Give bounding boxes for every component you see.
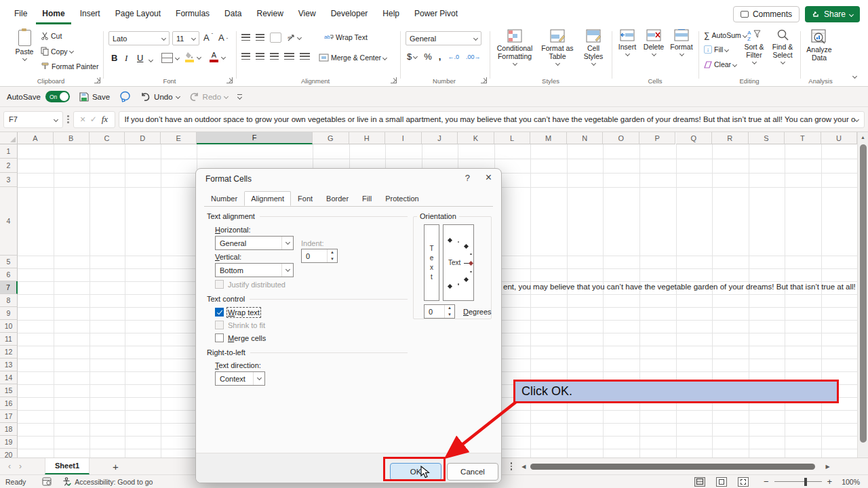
orientation-button[interactable]: ab — [287, 33, 301, 42]
sheet-next-icon[interactable]: › — [15, 462, 26, 471]
formula-bar-expand-icon[interactable] — [854, 117, 859, 121]
ribbon-tab-view[interactable]: View — [292, 6, 322, 24]
bold-button[interactable]: B — [111, 53, 117, 63]
dialog-tab-alignment[interactable]: Alignment — [244, 191, 291, 206]
align-middle-icon[interactable] — [256, 34, 264, 41]
select-all-corner[interactable] — [0, 132, 18, 144]
ribbon-tab-data[interactable]: Data — [218, 6, 248, 24]
font-dialog-launcher[interactable] — [226, 77, 233, 83]
horizontal-scroll-thumb[interactable] — [530, 464, 815, 470]
share-button[interactable]: Share — [805, 6, 860, 22]
merge-cells-checkbox[interactable]: Merge cells — [215, 333, 266, 342]
row-header-17[interactable]: 17 — [0, 410, 18, 423]
decrease-indent-icon[interactable] — [284, 53, 294, 60]
grow-font-button[interactable]: Aˆ — [203, 33, 213, 43]
column-header-H[interactable]: H — [349, 132, 386, 144]
format-painter-button[interactable]: Format Painter — [41, 62, 98, 70]
redo-button[interactable]: Redo — [189, 92, 229, 102]
vertical-scrollbar[interactable]: ▲ — [857, 132, 868, 458]
degrees-down-icon[interactable]: ▼ — [445, 312, 454, 319]
align-left-icon[interactable] — [241, 53, 250, 60]
dialog-tab-font[interactable]: Font — [291, 191, 319, 206]
column-header-T[interactable]: T — [785, 132, 821, 144]
font-color-button[interactable]: A — [209, 52, 225, 62]
font-name-combo[interactable]: Lato — [108, 31, 170, 45]
ribbon-tab-power-pivot[interactable]: Power Pivot — [408, 6, 464, 24]
ribbon-tab-file[interactable]: File — [8, 6, 33, 24]
close-icon[interactable]: × — [486, 171, 492, 184]
column-header-C[interactable]: C — [90, 132, 125, 144]
row-header-13[interactable]: 13 — [0, 359, 18, 371]
align-bottom-icon[interactable] — [270, 33, 281, 43]
save-button[interactable]: Save — [79, 92, 110, 102]
number-format-combo[interactable]: General — [406, 31, 481, 45]
column-header-A[interactable]: A — [18, 132, 54, 144]
align-center-icon[interactable] — [256, 53, 264, 60]
ribbon-collapse-icon[interactable] — [852, 74, 857, 79]
row-header-10[interactable]: 10 — [0, 320, 18, 333]
fx-icon[interactable]: fx — [102, 114, 108, 125]
sort-filter-button[interactable]: AZ Sort & Filter — [741, 29, 768, 64]
justify-distributed-checkbox[interactable]: Justify distributed — [215, 280, 285, 289]
row-header-5[interactable]: 5 — [0, 256, 18, 268]
lasso-icon[interactable] — [119, 91, 131, 102]
row-header-19[interactable]: 19 — [0, 436, 18, 449]
ribbon-tab-page-layout[interactable]: Page Layout — [109, 6, 167, 24]
dialog-tab-number[interactable]: Number — [204, 191, 244, 206]
text-direction-dropdown[interactable]: Context — [215, 371, 265, 386]
column-header-J[interactable]: J — [422, 132, 458, 144]
fill-color-button[interactable] — [184, 52, 201, 62]
cancel-entry-icon[interactable]: × — [80, 114, 85, 125]
column-header-K[interactable]: K — [458, 132, 494, 144]
copy-button[interactable]: Copy — [41, 47, 73, 56]
column-header-B[interactable]: B — [54, 132, 90, 144]
row-header-3[interactable]: 3 — [0, 173, 18, 187]
column-header-R[interactable]: R — [712, 132, 749, 144]
horizontal-dropdown[interactable]: General — [215, 236, 294, 250]
column-header-G[interactable]: G — [313, 132, 349, 144]
indent-spinner[interactable]: 0▲▼ — [301, 249, 338, 263]
zoom-slider-thumb[interactable] — [804, 478, 807, 486]
view-page-layout-button[interactable] — [716, 477, 727, 487]
underline-dropdown-icon[interactable] — [149, 58, 153, 62]
align-top-icon[interactable] — [241, 34, 250, 41]
dialog-tab-border[interactable]: Border — [319, 191, 355, 206]
dialog-tab-protection[interactable]: Protection — [378, 191, 426, 206]
insert-cells-button[interactable]: Insert — [616, 29, 639, 56]
row-header-20[interactable]: 20 — [0, 449, 18, 458]
format-as-table-button[interactable]: Format as Table — [538, 29, 576, 65]
conditional-formatting-button[interactable]: Conditional Formatting — [494, 29, 536, 65]
cut-button[interactable]: Cut — [41, 32, 62, 40]
orientation-gauge-box[interactable]: Text — [443, 224, 474, 301]
percent-button[interactable]: % — [424, 52, 432, 62]
row-header-12[interactable]: 12 — [0, 346, 18, 359]
increase-indent-icon[interactable] — [300, 53, 310, 60]
vertical-dropdown[interactable]: Bottom — [215, 263, 294, 277]
cell-styles-button[interactable]: Cell Styles — [578, 29, 609, 65]
row-header-8[interactable]: 8 — [0, 294, 18, 307]
name-box[interactable]: F7 — [3, 111, 63, 128]
column-header-E[interactable]: E — [161, 132, 197, 144]
ribbon-tab-home[interactable]: Home — [36, 6, 71, 24]
find-select-button[interactable]: Find & Select — [769, 29, 796, 64]
undo-button[interactable]: Undo — [140, 92, 180, 102]
font-size-combo[interactable]: 11 — [172, 31, 199, 45]
delete-cells-button[interactable]: Delete — [642, 29, 666, 56]
row-header-18[interactable]: 18 — [0, 423, 18, 436]
orientation-vertical-box[interactable]: Text — [424, 224, 439, 301]
merge-center-button[interactable]: Merge & Center — [319, 54, 387, 62]
row-header-7[interactable]: 7 — [0, 281, 18, 294]
underline-button[interactable]: U — [137, 53, 143, 63]
confirm-entry-icon[interactable]: ✓ — [90, 115, 97, 124]
column-header-P[interactable]: P — [639, 132, 676, 144]
column-header-Q[interactable]: Q — [676, 132, 713, 144]
namebox-resize-handle[interactable] — [67, 115, 69, 123]
align-right-icon[interactable] — [270, 53, 279, 60]
number-dialog-launcher[interactable] — [481, 77, 487, 83]
sheet-prev-icon[interactable]: ‹ — [4, 462, 15, 471]
currency-button[interactable]: $ — [407, 52, 417, 62]
dialog-tab-fill[interactable]: Fill — [355, 191, 378, 206]
column-header-L[interactable]: L — [494, 132, 531, 144]
increase-decimal-button[interactable]: ←.0 — [448, 54, 459, 60]
italic-button[interactable]: I — [125, 53, 127, 64]
